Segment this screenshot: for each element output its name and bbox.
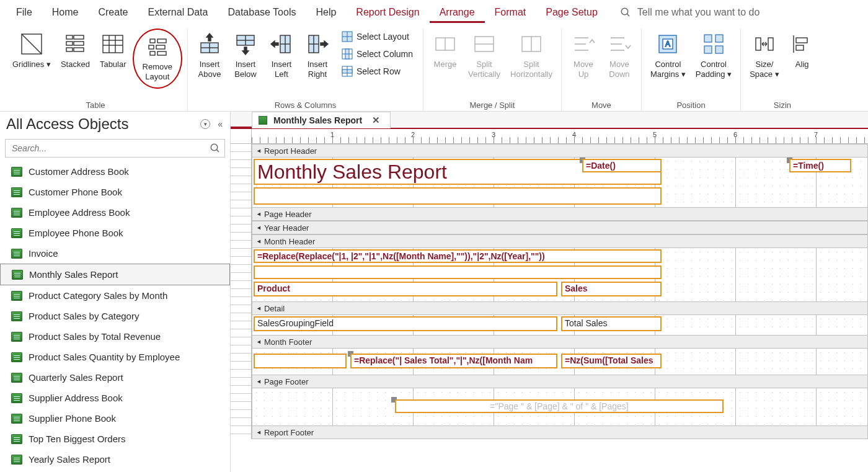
section-detail-band[interactable]: SalesGroupingField Total Sales bbox=[252, 315, 868, 335]
insert-below-icon bbox=[232, 31, 259, 57]
nav-item[interactable]: Product Sales by Total Revenue bbox=[0, 326, 230, 347]
page-expr-control[interactable]: ="Page " & [Page] & " of " & [Pages] bbox=[395, 399, 724, 413]
empty-control-1[interactable] bbox=[254, 187, 662, 205]
document-tab[interactable]: Monthly Sales Report ✕ bbox=[252, 112, 391, 128]
insert-above-label: Insert Above bbox=[198, 60, 221, 79]
nav-item[interactable]: Customer Address Book bbox=[0, 161, 230, 182]
nav-item[interactable]: Monthly Sales Report bbox=[0, 264, 230, 285]
svg-rect-6 bbox=[66, 42, 73, 45]
total-sales-control[interactable]: Total Sales bbox=[561, 316, 662, 331]
align-button[interactable]: Alig bbox=[786, 29, 819, 72]
gridlines-button[interactable]: Gridlines ▾ bbox=[9, 29, 55, 72]
navpane-collapse-icon[interactable]: « bbox=[218, 119, 223, 129]
align-icon bbox=[789, 31, 815, 57]
nav-item[interactable]: Supplier Address Book bbox=[0, 388, 230, 408]
tabular-button[interactable]: Tabular bbox=[96, 29, 130, 72]
nav-item[interactable]: Customer Phone Book bbox=[0, 182, 230, 202]
insert-below-button[interactable]: Insert Below bbox=[229, 29, 262, 81]
nav-item[interactable]: Supplier Phone Book bbox=[0, 408, 230, 429]
nav-item[interactable]: Quarterly Sales Report bbox=[0, 367, 230, 388]
report-body: ◄Report Header Monthly Sales Report =Dat… bbox=[252, 144, 868, 439]
menu-database-tools[interactable]: Database Tools bbox=[218, 2, 306, 23]
nav-item[interactable]: Employee Phone Book bbox=[0, 223, 230, 243]
split-horizontally-icon bbox=[518, 31, 544, 57]
empty-control-2[interactable] bbox=[254, 265, 662, 279]
remove-layout-button[interactable]: Remove Layout bbox=[139, 31, 176, 84]
section-page-header-bar[interactable]: ◄Page Header bbox=[252, 207, 868, 221]
footer-expr2-control[interactable]: =Nz(Sum([Total Sales bbox=[561, 354, 662, 368]
remove-layout-highlight: Remove Layout bbox=[133, 29, 182, 89]
move-down-button: Move Down bbox=[603, 29, 636, 81]
section-year-header-bar[interactable]: ◄Year Header bbox=[252, 221, 868, 234]
section-month-footer-band[interactable]: =Replace("| Sales Total","|",Nz([Month N… bbox=[252, 349, 868, 375]
insert-above-button[interactable]: Insert Above bbox=[193, 29, 226, 81]
select-row-button[interactable]: Select Row bbox=[337, 63, 418, 79]
nav-item[interactable]: Yearly Sales Report bbox=[0, 449, 230, 470]
svg-rect-18 bbox=[156, 45, 165, 49]
section-month-header-band[interactable]: =Replace(Replace("|1, |2","|1",Nz([Month… bbox=[252, 248, 868, 301]
svg-rect-9 bbox=[74, 48, 84, 51]
time-control[interactable]: =Time() bbox=[789, 159, 851, 172]
control-margins-button[interactable]: A Control Margins ▾ bbox=[647, 29, 689, 81]
ribbon-group-rows-cols-label: Rows & Columns bbox=[193, 98, 418, 111]
report-icon bbox=[11, 249, 22, 259]
insert-left-button[interactable]: Insert Left bbox=[265, 29, 298, 81]
month-expr-control[interactable]: =Replace(Replace("|1, |2","|1",Nz([Month… bbox=[254, 249, 662, 263]
section-detail-bar[interactable]: ◄Detail bbox=[252, 301, 868, 315]
tabular-icon bbox=[100, 31, 126, 57]
merge-button: Merge bbox=[428, 29, 462, 72]
menu-report-design[interactable]: Report Design bbox=[346, 2, 429, 23]
insert-right-button[interactable]: Insert Right bbox=[301, 29, 334, 81]
menu-page-setup[interactable]: Page Setup bbox=[536, 2, 608, 23]
chevron-down-icon: ▾ bbox=[46, 60, 51, 69]
design-surface[interactable]: 1234567 ◄Report Header Monthly Sales Rep… bbox=[231, 129, 868, 472]
nav-item-label: Product Sales by Category bbox=[29, 311, 139, 321]
nav-item[interactable]: Employee Address Book bbox=[0, 202, 230, 223]
select-column-button[interactable]: Select Column bbox=[337, 46, 418, 62]
section-report-footer-bar[interactable]: ◄Report Footer bbox=[252, 425, 868, 439]
date-control[interactable]: =Date() bbox=[582, 159, 662, 172]
section-page-footer-bar[interactable]: ◄Page Footer bbox=[252, 375, 868, 388]
section-report-header-band[interactable]: Monthly Sales Report =Date() =Time() bbox=[252, 158, 868, 207]
product-header-control[interactable]: Product bbox=[254, 282, 557, 296]
chevron-down-icon: ▾ bbox=[775, 69, 779, 79]
empty-control-3[interactable] bbox=[254, 354, 347, 368]
navpane-search-input[interactable] bbox=[9, 141, 210, 156]
nav-item[interactable]: Product Category Sales by Month bbox=[0, 285, 230, 306]
stacked-button[interactable]: Stacked bbox=[57, 29, 94, 72]
navpane-dropdown-icon[interactable]: ▾ bbox=[200, 119, 210, 129]
section-page-footer-band[interactable]: ="Page " & [Page] & " of " & [Pages] bbox=[252, 388, 868, 425]
svg-line-3 bbox=[22, 34, 42, 54]
size-space-button[interactable]: Size/ Space ▾ bbox=[746, 29, 783, 81]
insert-right-label: Insert Right bbox=[308, 60, 328, 79]
footer-expr1-control[interactable]: =Replace("| Sales Total","|",Nz([Month N… bbox=[350, 354, 557, 368]
split-vertically-button: Split Vertically bbox=[464, 29, 504, 81]
section-month-header-bar[interactable]: ◄Month Header bbox=[252, 234, 868, 248]
menu-help[interactable]: Help bbox=[306, 2, 346, 23]
tell-me-search[interactable]: Tell me what you want to do bbox=[620, 7, 760, 18]
menu-create[interactable]: Create bbox=[88, 2, 138, 23]
size-space-icon bbox=[751, 31, 777, 57]
nav-item[interactable]: Product Sales by Category bbox=[0, 306, 230, 326]
grouping-field-control[interactable]: SalesGroupingField bbox=[254, 316, 557, 331]
menu-file[interactable]: File bbox=[6, 2, 42, 23]
control-padding-icon bbox=[701, 31, 727, 57]
close-tab-button[interactable]: ✕ bbox=[368, 115, 384, 126]
menu-home[interactable]: Home bbox=[42, 2, 89, 23]
nav-item[interactable]: Product Sales Quantity by Employee bbox=[0, 347, 230, 367]
section-month-footer-bar[interactable]: ◄Month Footer bbox=[252, 335, 868, 349]
section-report-header-bar[interactable]: ◄Report Header bbox=[252, 144, 868, 158]
nav-item-label: Employee Phone Book bbox=[29, 228, 123, 238]
navpane-search[interactable] bbox=[5, 139, 225, 158]
sales-header-control[interactable]: Sales bbox=[561, 282, 662, 296]
control-padding-button[interactable]: Control Padding ▾ bbox=[692, 29, 735, 81]
select-layout-button[interactable]: Select Layout bbox=[337, 29, 418, 45]
menu-format[interactable]: Format bbox=[485, 2, 536, 23]
nav-item[interactable]: Invoice bbox=[0, 243, 230, 264]
menu-arrange[interactable]: Arrange bbox=[430, 2, 485, 23]
split-horizontally-button: Split Horizontally bbox=[507, 29, 556, 81]
ribbon-group-merge-split: Merge Split Vertically Split Horizontall… bbox=[423, 29, 562, 111]
merge-label: Merge bbox=[434, 60, 457, 69]
nav-item[interactable]: Top Ten Biggest Orders bbox=[0, 429, 230, 449]
menu-external-data[interactable]: External Data bbox=[138, 2, 218, 23]
